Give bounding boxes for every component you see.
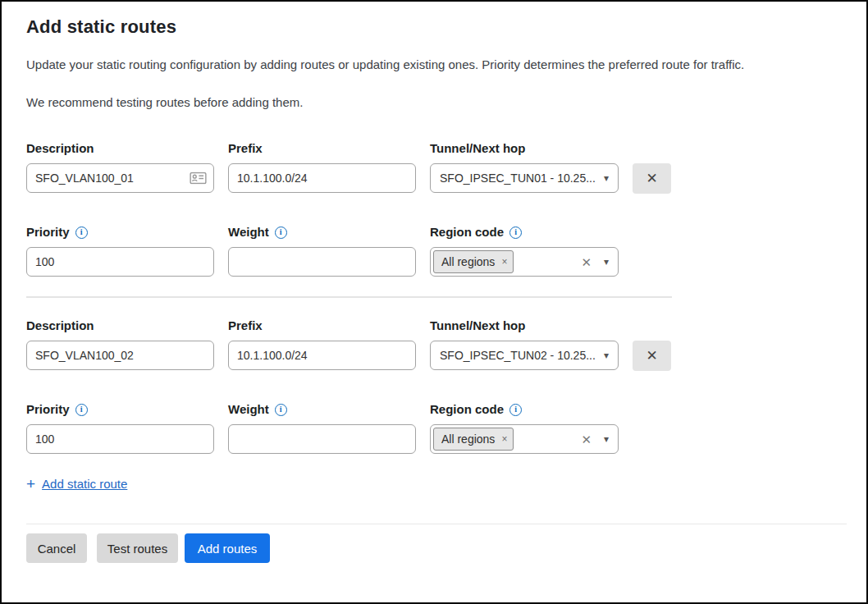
description-field-group: Description: [26, 318, 214, 371]
add-static-routes-dialog: Add static routes Update your static rou…: [0, 0, 868, 604]
chip-remove-icon[interactable]: ×: [501, 257, 507, 267]
priority-input[interactable]: [26, 247, 214, 277]
weight-field-group: Weight i: [228, 225, 416, 277]
chevron-down-icon[interactable]: ▾: [604, 257, 609, 267]
clear-selection-icon[interactable]: ✕: [581, 256, 592, 268]
region-field-group: Region code i All regions × ✕ ▾: [430, 225, 619, 277]
test-routes-button[interactable]: Test routes: [97, 533, 178, 563]
description-label: Description: [26, 141, 214, 156]
plus-icon: +: [26, 476, 35, 492]
info-icon[interactable]: i: [75, 404, 88, 416]
footer-divider: [26, 524, 847, 524]
description-input[interactable]: [26, 341, 214, 370]
weight-label: Weight i: [228, 225, 416, 240]
priority-field-group: Priority i: [26, 225, 214, 277]
prefix-field-group: Prefix: [228, 318, 416, 371]
info-icon[interactable]: i: [509, 404, 522, 416]
weight-label: Weight i: [228, 402, 416, 417]
region-chip: All regions ×: [433, 428, 514, 451]
prefix-label: Prefix: [228, 318, 416, 333]
add-static-route-link[interactable]: Add static route: [42, 477, 127, 491]
tunnel-field-group: Tunnel/Next hop SFO_IPSEC_TUN01 - 10.25.…: [430, 141, 619, 194]
prefix-label: Prefix: [228, 141, 416, 156]
add-static-route-row: + Add static route: [26, 476, 672, 492]
cancel-button[interactable]: Cancel: [26, 533, 87, 563]
remove-route-button[interactable]: ✕: [633, 163, 671, 194]
priority-label: Priority i: [26, 402, 214, 417]
info-icon[interactable]: i: [275, 226, 287, 239]
chevron-down-icon[interactable]: ▾: [604, 434, 609, 444]
priority-input[interactable]: [26, 424, 214, 454]
dialog-description: Update your static routing configuration…: [26, 57, 843, 71]
region-multiselect[interactable]: All regions × ✕ ▾: [430, 424, 619, 454]
add-routes-button[interactable]: Add routes: [185, 533, 270, 563]
footer-actions: Cancel Test routes Add routes: [26, 533, 843, 563]
region-chip-label: All regions: [441, 432, 495, 446]
clear-selection-icon[interactable]: ✕: [581, 433, 592, 446]
region-multiselect[interactable]: All regions × ✕ ▾: [430, 247, 619, 277]
tunnel-select-value: SFO_IPSEC_TUN01 - 10.25...: [440, 172, 597, 185]
info-icon[interactable]: i: [275, 404, 287, 416]
tunnel-label: Tunnel/Next hop: [430, 318, 619, 333]
dialog-note: We recommend testing routes before addin…: [26, 95, 843, 109]
weight-input[interactable]: [228, 424, 416, 454]
weight-input[interactable]: [228, 247, 416, 277]
route-divider: [26, 296, 672, 298]
chevron-down-icon[interactable]: ▾: [604, 350, 609, 360]
tunnel-field-group: Tunnel/Next hop SFO_IPSEC_TUN02 - 10.25.…: [430, 318, 619, 371]
tunnel-label: Tunnel/Next hop: [430, 141, 619, 156]
autofill-contact-icon[interactable]: [190, 172, 207, 185]
region-label: Region code i: [430, 225, 619, 240]
chevron-down-icon[interactable]: ▾: [604, 173, 609, 183]
remove-route-button[interactable]: ✕: [633, 341, 671, 371]
description-input[interactable]: [26, 163, 214, 193]
info-icon[interactable]: i: [75, 226, 88, 239]
tunnel-select[interactable]: SFO_IPSEC_TUN01 - 10.25... ▾: [430, 163, 619, 193]
chip-remove-icon[interactable]: ×: [501, 434, 507, 444]
region-field-group: Region code i All regions × ✕ ▾: [430, 402, 619, 454]
info-icon[interactable]: i: [509, 226, 522, 239]
route-entry-1: Description: [26, 141, 672, 277]
region-label: Region code i: [430, 402, 619, 417]
page-title: Add static routes: [26, 16, 843, 38]
routes-list: Description: [26, 141, 672, 492]
description-label: Description: [26, 318, 214, 333]
region-chip: All regions ×: [433, 250, 514, 273]
priority-label: Priority i: [26, 225, 214, 240]
description-field-group: Description: [26, 141, 214, 194]
priority-field-group: Priority i: [26, 402, 214, 454]
prefix-field-group: Prefix: [228, 141, 416, 194]
tunnel-select-value: SFO_IPSEC_TUN02 - 10.25...: [440, 349, 597, 362]
route-entry-2: Description Prefix Tunnel/Next hop SFO: [26, 318, 672, 454]
tunnel-select[interactable]: SFO_IPSEC_TUN02 - 10.25... ▾: [430, 341, 619, 370]
weight-field-group: Weight i: [228, 402, 416, 454]
prefix-input[interactable]: [228, 341, 416, 370]
region-chip-label: All regions: [441, 255, 495, 268]
prefix-input[interactable]: [228, 163, 416, 193]
